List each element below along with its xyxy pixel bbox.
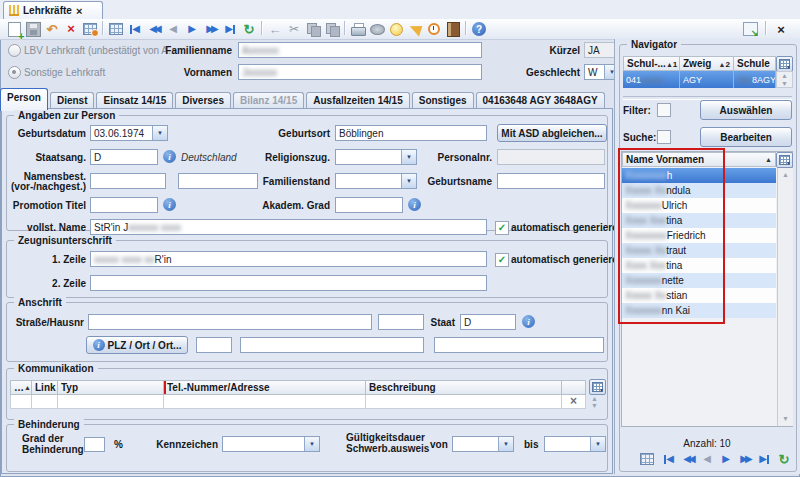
komm-col-link[interactable]: Link (32, 380, 58, 395)
komm-scroll-down-icon[interactable]: ▼ (591, 402, 598, 410)
nav-col-schule[interactable]: Schule (734, 56, 776, 71)
help-button[interactable]: ? (470, 20, 488, 38)
dropdown-arrow-icon[interactable]: ▼ (304, 437, 319, 451)
print-button[interactable] (349, 20, 367, 38)
bis-select[interactable]: ▼ (544, 436, 606, 452)
list-previous-button[interactable]: ◀ (698, 450, 716, 468)
staat-field[interactable]: D (460, 314, 516, 330)
scroll-up-icon[interactable]: ▲ (782, 171, 789, 179)
back-button[interactable]: ← (266, 20, 284, 38)
akadem-grad-field[interactable] (335, 197, 403, 213)
strasse-field[interactable] (88, 314, 372, 330)
undo-button[interactable]: ↶ (43, 20, 61, 38)
list-item[interactable]: Xxxxxxxnn Kai (622, 303, 776, 318)
vollname-autogen-checkbox[interactable]: ✓ (495, 221, 509, 235)
list-item[interactable]: Xxxxx Xxndula (622, 183, 776, 198)
scroll-down-icon[interactable]: ▼ (782, 415, 789, 423)
radio-lbv-lehrkraft[interactable] (8, 44, 21, 57)
grad-field[interactable] (84, 437, 105, 452)
close-view-button[interactable]: × (772, 20, 790, 38)
info-icon[interactable]: i (163, 198, 176, 211)
scroll-up-icon[interactable]: ▲ (781, 72, 788, 80)
list-item[interactable]: Xxxxxxxx Friedrich (622, 228, 776, 243)
info-icon[interactable]: i (408, 198, 421, 211)
dropdown-arrow-icon[interactable]: ▼ (498, 437, 513, 451)
komm-cell[interactable] (164, 395, 366, 409)
promotion-titel-field[interactable] (90, 197, 158, 213)
vornamen-field[interactable]: Jxxxxxx (238, 64, 482, 80)
names-table-settings-button[interactable] (776, 152, 793, 168)
first-record-button[interactable]: ◀ (126, 20, 144, 38)
komm-col-sort[interactable]: …▲ (10, 380, 32, 395)
list-item[interactable]: Xxxxx Xxstian (622, 288, 776, 303)
info-icon[interactable]: i (163, 150, 176, 163)
document-tab-lehrkraefte[interactable]: Lehrkräfte × (3, 1, 103, 19)
komm-table-settings-button[interactable] (589, 379, 606, 395)
delete-record-button[interactable]: × (62, 20, 80, 38)
list-item[interactable]: Xxxx Xxxtina (622, 258, 776, 273)
list-grid-button[interactable] (638, 450, 656, 468)
directory-button[interactable] (444, 20, 462, 38)
komm-col-tel[interactable]: Tel.-Nummer/Adresse (164, 380, 366, 395)
familienname-field[interactable]: Axxxxxx (238, 42, 482, 58)
komm-cell[interactable] (58, 395, 164, 409)
scroll-down-icon[interactable]: ▼ (781, 80, 788, 88)
zeile2-field[interactable] (90, 275, 487, 291)
previous-record-button[interactable]: ◀ (164, 20, 182, 38)
list-item[interactable]: Xxxxxxx Ulrich (622, 198, 776, 213)
suche-checkbox[interactable] (657, 130, 671, 144)
bearbeiten-button[interactable]: Bearbeiten (700, 127, 792, 147)
list-first-button[interactable]: ◀ (660, 450, 678, 468)
list-item[interactable]: Xxxxxxxxh (622, 168, 776, 183)
edit-table-button[interactable] (81, 20, 99, 38)
staatsang-field[interactable]: D (90, 149, 158, 165)
vollname-field[interactable]: StR'in Jxxxxxx xxxx (90, 219, 487, 235)
dropdown-arrow-icon[interactable]: ▼ (152, 126, 167, 140)
nav-school-row-schulnummer[interactable]: 041xxxxx (623, 71, 680, 88)
radio-sonstige-lehrkraft[interactable] (8, 66, 21, 79)
filter-checkbox[interactable] (657, 103, 671, 117)
asd-abgleichen-button[interactable]: Mit ASD abgleichen... (497, 124, 607, 142)
copy-button[interactable] (304, 20, 322, 38)
list-fast-back-button[interactable]: ◀◀ (679, 450, 697, 468)
komm-col-typ[interactable]: Typ (58, 380, 164, 395)
auswaehlen-button[interactable]: Auswählen (700, 100, 792, 120)
namensbest-vor-field[interactable] (90, 173, 166, 189)
kuerzel-field[interactable]: JA (584, 42, 618, 58)
last-record-button[interactable]: ▶ (221, 20, 239, 38)
komm-cell[interactable] (366, 395, 562, 409)
nav-col-schulnummer[interactable]: Schul-...▲1 (623, 56, 680, 71)
nav-school-scrollbar[interactable]: ▲ ▼ (776, 71, 793, 88)
list-refresh-button[interactable]: ↻ (775, 450, 793, 468)
nav-school-row-zweig[interactable]: AGY (680, 71, 734, 88)
refresh-button[interactable]: ↻ (240, 20, 258, 38)
plz-field[interactable] (196, 337, 232, 353)
export-button[interactable] (368, 20, 386, 38)
save-button[interactable] (24, 20, 42, 38)
list-fast-forward-button[interactable]: ▶▶ (736, 450, 754, 468)
nav-col-zweig[interactable]: Zweig▲2 (680, 56, 734, 71)
tab-person[interactable]: Person (0, 88, 48, 111)
nav-table-settings-button[interactable] (776, 56, 793, 72)
plz-ort-button[interactable]: iPLZ / Ort / Ort... (86, 336, 188, 354)
geburtsname-field[interactable] (497, 173, 605, 189)
info-icon[interactable]: i (522, 315, 535, 328)
paste-button[interactable] (323, 20, 341, 38)
list-item[interactable]: Xxxxx Xxtraut (622, 243, 776, 258)
komm-cell[interactable] (10, 395, 32, 409)
list-item[interactable]: Xxxxxxxnette (622, 273, 776, 288)
reminder-button[interactable] (425, 20, 443, 38)
komm-cell[interactable] (32, 395, 58, 409)
announce-button[interactable] (406, 20, 424, 38)
ort-field[interactable] (240, 337, 424, 353)
fast-back-button[interactable]: ◀◀ (145, 20, 163, 38)
fast-forward-button[interactable]: ▶▶ (202, 20, 220, 38)
new-record-button[interactable] (5, 20, 23, 38)
detach-window-button[interactable] (741, 20, 759, 38)
zeile1-field[interactable]: xxxxx xxxx xxR'in (90, 251, 487, 267)
names-scrollbar[interactable]: ▲ ▼ (777, 168, 793, 426)
grid-view-button[interactable] (107, 20, 125, 38)
kennzeichen-select[interactable]: ▼ (222, 436, 320, 452)
list-next-button[interactable]: ▶ (717, 450, 735, 468)
list-item[interactable]: Xxxx Xxxtina (622, 213, 776, 228)
